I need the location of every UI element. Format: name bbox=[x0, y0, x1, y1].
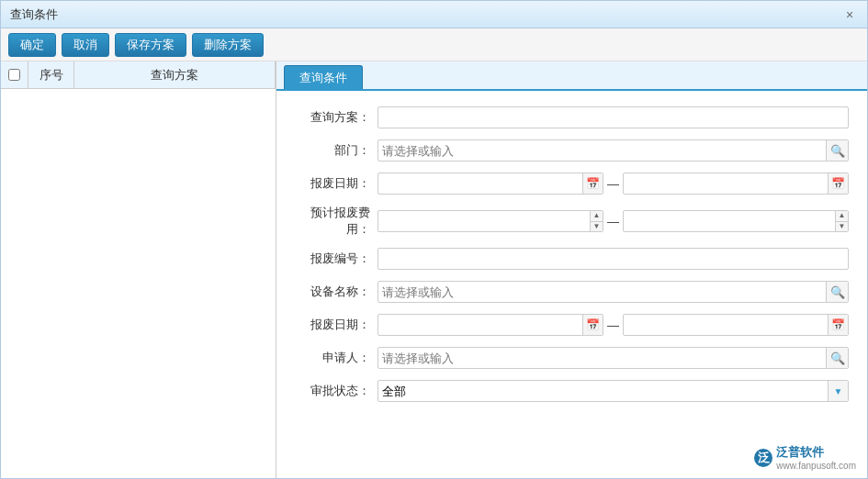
calendar-icon-from2[interactable]: 📅 bbox=[582, 315, 603, 335]
number-to-wrap: ▲ ▼ bbox=[623, 210, 849, 232]
input-device[interactable] bbox=[378, 282, 826, 302]
date-to-input2[interactable] bbox=[624, 315, 828, 335]
form-row-scheme: 查询方案： bbox=[295, 106, 849, 129]
label-dept: 部门： bbox=[295, 142, 378, 159]
date-to-wrap1: 📅 bbox=[623, 173, 849, 195]
search-icon-applicant[interactable]: 🔍 bbox=[826, 348, 848, 368]
label-scrap-no: 报废编号： bbox=[295, 251, 378, 267]
col-name: 查询方案 bbox=[74, 61, 276, 88]
date-range-scrap2: 📅 — 📅 bbox=[378, 314, 849, 336]
date-from-wrap2: 📅 bbox=[378, 314, 603, 336]
input-scheme[interactable] bbox=[378, 106, 849, 128]
range-sep-cost: — bbox=[607, 215, 619, 228]
select-approval-wrap: 全部 待审批 已审批 已拒绝 ▼ bbox=[378, 380, 849, 402]
dropdown-icon-approval: ▼ bbox=[828, 381, 848, 401]
title-bar: 查询条件 × bbox=[1, 1, 867, 28]
label-device-name: 设备名称： bbox=[295, 284, 378, 300]
spinner-up-to[interactable]: ▲ bbox=[836, 211, 848, 222]
form-row-scrap-no: 报废编号： bbox=[295, 247, 849, 271]
input-applicant[interactable] bbox=[378, 348, 826, 368]
number-to-input[interactable] bbox=[624, 211, 835, 231]
left-panel: 序号 查询方案 bbox=[1, 61, 276, 478]
dialog: 查询条件 × 确定 取消 保存方案 删除方案 序号 查询方案 bbox=[0, 0, 868, 479]
spinner-to: ▲ ▼ bbox=[835, 211, 848, 231]
main-content: 序号 查询方案 查询条件 查询方案： 部门： bbox=[1, 61, 867, 478]
table-body bbox=[1, 89, 276, 478]
footer-brand: 泛 泛普软件 www.fanpusoft.com bbox=[754, 444, 856, 471]
header-checkbox[interactable] bbox=[1, 61, 28, 88]
input-dept[interactable] bbox=[378, 140, 826, 161]
label-cost: 预计报废费用： bbox=[295, 205, 378, 238]
delete-scheme-button[interactable]: 删除方案 bbox=[192, 33, 264, 57]
date-to-input1[interactable] bbox=[624, 173, 828, 194]
input-dept-wrap: 🔍 bbox=[378, 139, 849, 162]
number-range-cost: ▲ ▼ — ▲ ▼ bbox=[378, 210, 849, 232]
input-scrap-no[interactable] bbox=[378, 248, 849, 270]
confirm-button[interactable]: 确定 bbox=[8, 33, 56, 57]
form-area: 查询方案： 部门： 🔍 报废日期： bbox=[276, 91, 867, 478]
search-icon-dept[interactable]: 🔍 bbox=[826, 140, 848, 161]
form-row-dept: 部门： 🔍 bbox=[295, 139, 849, 162]
date-from-wrap1: 📅 bbox=[378, 173, 603, 195]
date-from-input1[interactable] bbox=[378, 173, 582, 194]
spinner-from: ▲ ▼ bbox=[590, 211, 603, 231]
input-applicant-wrap: 🔍 bbox=[378, 347, 849, 369]
label-scrap-date1: 报废日期： bbox=[295, 175, 378, 192]
date-to-wrap2: 📅 bbox=[623, 314, 849, 336]
cancel-button[interactable]: 取消 bbox=[62, 33, 109, 57]
number-from-wrap: ▲ ▼ bbox=[378, 210, 603, 232]
range-sep1: — bbox=[607, 177, 619, 191]
search-icon-device[interactable]: 🔍 bbox=[826, 282, 848, 302]
label-scrap-date2: 报废日期： bbox=[295, 317, 378, 333]
label-scheme: 查询方案： bbox=[295, 109, 378, 126]
range-sep2: — bbox=[607, 318, 619, 332]
select-approval[interactable]: 全部 待审批 已审批 已拒绝 bbox=[378, 381, 828, 401]
date-from-input2[interactable] bbox=[378, 315, 582, 335]
dialog-title: 查询条件 bbox=[10, 6, 58, 23]
brand-website: www.fanpusoft.com bbox=[776, 461, 856, 471]
form-row-device-name: 设备名称： 🔍 bbox=[295, 280, 849, 304]
brand-icon-text: 泛 bbox=[758, 450, 770, 466]
label-applicant: 申请人： bbox=[295, 350, 378, 366]
number-from-input[interactable] bbox=[378, 211, 590, 231]
form-row-scrap-date2: 报废日期： 📅 — 📅 bbox=[295, 313, 849, 337]
form-row-applicant: 申请人： 🔍 bbox=[295, 346, 849, 370]
calendar-icon-to2[interactable]: 📅 bbox=[828, 315, 848, 335]
form-row-approval: 审批状态： 全部 待审批 已审批 已拒绝 ▼ bbox=[295, 379, 849, 403]
close-button[interactable]: × bbox=[841, 6, 858, 23]
calendar-icon-from1[interactable]: 📅 bbox=[582, 173, 603, 194]
form-row-scrap-date1: 报废日期： 📅 — 📅 bbox=[295, 172, 849, 195]
select-all-checkbox[interactable] bbox=[8, 69, 20, 81]
tab-query-conditions[interactable]: 查询条件 bbox=[284, 65, 363, 89]
calendar-icon-to1[interactable]: 📅 bbox=[828, 173, 848, 194]
spinner-down-from[interactable]: ▼ bbox=[591, 222, 603, 232]
col-seq: 序号 bbox=[28, 61, 74, 88]
input-device-wrap: 🔍 bbox=[378, 281, 849, 303]
table-header: 序号 查询方案 bbox=[1, 61, 276, 89]
tab-bar: 查询条件 bbox=[276, 61, 867, 91]
brand-name: 泛普软件 bbox=[776, 444, 856, 461]
brand-logo-icon: 泛 bbox=[754, 449, 772, 467]
date-range-scrap1: 📅 — 📅 bbox=[378, 173, 849, 195]
spinner-down-to[interactable]: ▼ bbox=[836, 222, 848, 232]
toolbar: 确定 取消 保存方案 删除方案 bbox=[1, 28, 867, 61]
brand-info: 泛普软件 www.fanpusoft.com bbox=[776, 444, 856, 471]
right-panel: 查询条件 查询方案： 部门： 🔍 bbox=[276, 61, 867, 478]
save-scheme-button[interactable]: 保存方案 bbox=[115, 33, 186, 57]
form-row-cost: 预计报废费用： ▲ ▼ — ▲ bbox=[295, 205, 849, 238]
spinner-up-from[interactable]: ▲ bbox=[591, 211, 603, 222]
label-approval: 审批状态： bbox=[295, 383, 378, 399]
